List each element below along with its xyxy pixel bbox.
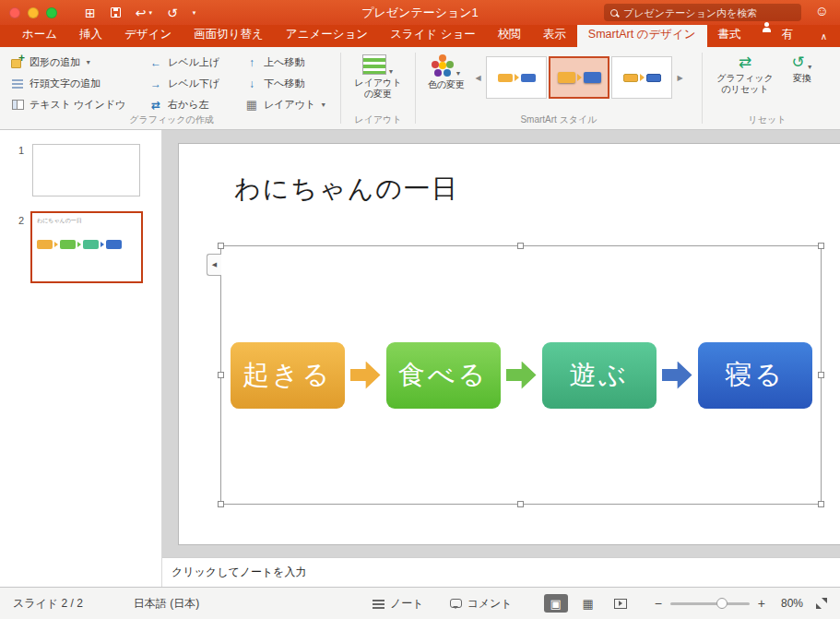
chevron-down-icon: ▼ [85,59,91,65]
tab-view[interactable]: 表示 [532,22,577,47]
zoom-out-button[interactable]: − [655,597,662,610]
search-input[interactable] [623,7,795,18]
process-arrow-icon[interactable] [506,362,537,389]
tab-animations[interactable]: アニメーション [275,22,379,47]
slide-1-number: 1 [18,145,24,156]
group-separator [340,53,341,124]
zoom-slider-thumb[interactable] [716,598,728,609]
apps-grid-icon[interactable]: ⊞ [85,6,96,19]
thumbnail-shape [60,240,76,249]
process-arrow-icon[interactable] [662,362,692,389]
demote-button[interactable]: → レベル下げ [146,73,242,94]
undo-button[interactable]: ↩▾ [136,6,152,19]
style-thumb-shape [498,74,513,82]
tab-insert[interactable]: 挿入 [68,22,113,47]
smartart-shape-eat[interactable]: 食べる [386,342,501,409]
smartart-shape-sleep[interactable]: 寝る [698,342,812,409]
tab-slideshow[interactable]: スライド ショー [379,22,487,47]
process-arrow-icon[interactable] [350,362,381,389]
tab-review[interactable]: 校閲 [487,22,532,47]
create-graphic-group-label: グラフィックの作成 [7,113,336,126]
text-pane-toggle[interactable]: ◀ [207,254,221,276]
change-colors-label: 色の変更 [424,79,468,90]
save-button[interactable] [111,7,121,18]
convert-label: 変換 [787,73,818,84]
slide-title-text[interactable]: わにちゃんの一日 [234,172,459,207]
minimize-window-button[interactable] [28,7,39,18]
thumbnail-shape [106,240,122,249]
comments-toggle-button[interactable]: コメント [450,596,513,612]
convert-button[interactable]: ↺▼ 変換 [783,52,822,84]
toolbar-options-button[interactable]: ▾ [193,9,196,16]
smartart-style-thumb-2-selected[interactable] [549,56,609,99]
add-shape-button[interactable]: 図形の追加 ▼ [7,52,146,73]
smartart-style-thumb-1[interactable] [486,56,547,99]
change-layout-label: レイアウトの変更 [351,77,405,100]
comments-toggle-label: コメント [467,596,513,612]
layout-icon: ▦ [244,98,259,112]
zoom-slider[interactable] [670,602,750,605]
style-thumb-shape [584,72,601,83]
powerpoint-window: ⊞ ↩▾ ↺ ▾ プレゼンテーション1 ☺ ホーム 挿入 デザイン 画面切り替え… [0,0,840,619]
gallery-next-button[interactable]: ▶ [674,56,686,99]
tab-smartart-design[interactable]: SmartArt のデザイン [577,22,707,47]
tab-design[interactable]: デザイン [113,22,183,47]
search-box[interactable] [604,4,801,21]
move-up-label: 上へ移動 [264,55,304,69]
slideshow-view-button[interactable] [609,594,633,613]
reset-graphic-label: グラフィックのリセット [716,73,774,95]
change-layout-button[interactable]: ▼ レイアウトの変更 [348,52,408,100]
create-graphic-columns: 図形の追加 ▼ 行頭文字の追加 テキスト ウインドウ ← レ [7,52,336,115]
slide-1-thumbnail[interactable] [32,144,140,196]
close-window-button[interactable] [9,7,20,18]
move-down-button[interactable]: ↓ 下へ移動 [242,73,330,94]
reset-group-label: リセット [707,113,827,126]
gallery-prev-button[interactable]: ◀ [472,56,484,99]
notes-pane[interactable]: クリックしてノートを入力 [162,557,840,587]
zoom-window-button[interactable] [46,7,57,18]
change-colors-button[interactable]: ▼ 色の変更 [420,52,472,90]
promote-button[interactable]: ← レベル上げ [146,52,242,73]
notes-toggle-button[interactable]: ノート [373,596,424,612]
tab-home[interactable]: ホーム [11,22,68,47]
thumbnail-smartart [37,240,136,249]
create-col-3: ↑ 上へ移動 ↓ 下へ移動 ▦ レイアウト ▼ [242,52,330,115]
smartart-selection-frame[interactable]: ◀ 起きる 食べる [220,245,822,505]
layout-button[interactable]: ▦ レイアウト ▼ [242,94,330,115]
slide-2-editing-surface[interactable]: わにちゃんの一日 ◀ 起きる [178,143,840,545]
add-shape-label: 図形の追加 [30,55,80,69]
smartart-styles-group: ▼ 色の変更 ◀ [420,47,697,129]
slide-sorter-view-button[interactable]: ▦ [576,594,600,613]
text-pane-button[interactable]: テキスト ウインドウ [7,94,146,115]
collapse-ribbon-icon[interactable]: ∧ [808,28,840,47]
smartart-shape-play[interactable]: 遊ぶ [542,342,657,409]
move-up-icon: ↑ [244,55,259,69]
smartart-shape-wake-up[interactable]: 起きる [231,342,345,409]
language-button[interactable]: 日本語 (日本) [134,596,199,612]
style-thumb-shape [623,74,638,82]
notes-icon [373,599,385,609]
notes-toggle-label: ノート [390,596,424,612]
zoom-percentage[interactable]: 80% [774,597,803,610]
feedback-smiley-icon[interactable]: ☺ [815,4,829,18]
redo-button[interactable]: ↺ [167,6,178,19]
tab-transitions[interactable]: 画面切り替え [183,22,275,47]
fullscreen-expand-icon[interactable] [816,598,827,609]
right-to-left-button[interactable]: ⇄ 右から左 [146,94,242,115]
titlebar: ⊞ ↩▾ ↺ ▾ プレゼンテーション1 ☺ [0,0,840,25]
text-pane-icon [12,100,24,110]
style-thumb-shape [558,72,575,83]
normal-view-button[interactable]: ▣ [544,594,568,613]
right-to-left-label: 右から左 [168,98,209,112]
slide-2-thumbnail-selected[interactable]: わにちゃんの一日 [30,211,143,283]
add-bullet-button[interactable]: 行頭文字の追加 [7,73,146,94]
smartart-style-thumb-3[interactable] [611,56,672,99]
thumbnail-arrow-icon [77,242,81,247]
chevron-down-icon: ▾ [193,9,196,16]
zoom-in-button[interactable]: + [758,597,765,610]
thumbnail-arrow-icon [54,242,58,247]
slide-canvas: わにちゃんの一日 ◀ 起きる [162,130,840,557]
tab-format[interactable]: 書式 [707,22,752,47]
reset-graphic-button[interactable]: ⇄ グラフィックのリセット [713,52,777,95]
move-up-button[interactable]: ↑ 上へ移動 [242,52,330,73]
